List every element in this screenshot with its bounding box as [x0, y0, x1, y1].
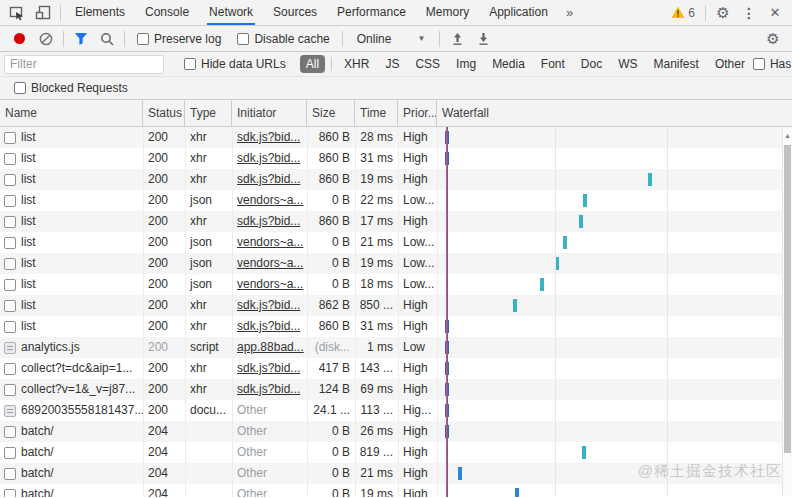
initiator-link[interactable]: vendors~a... [237, 193, 303, 207]
filter-pill-manifest[interactable]: Manifest [648, 55, 705, 73]
tab-sources[interactable]: Sources [263, 0, 327, 25]
table-row[interactable]: batch/ 204 Other 0 B 19 ms High [0, 484, 792, 497]
cell-waterfall [437, 295, 792, 316]
cell-size: 0 B [307, 463, 355, 484]
scrollbar-up-arrow-icon[interactable]: ▲ [783, 127, 792, 139]
vertical-scrollbar[interactable]: ▲ [782, 127, 792, 497]
column-header-initiator[interactable]: Initiator [232, 100, 307, 126]
file-icon [4, 489, 16, 498]
kebab-menu-icon[interactable]: ⋮ [736, 0, 762, 25]
initiator-link[interactable]: vendors~a... [237, 235, 303, 249]
initiator-link: Other [237, 466, 267, 480]
table-row[interactable]: list 200 xhr sdk.js?bid... 860 B 19 ms H… [0, 169, 792, 190]
column-header-type[interactable]: Type [185, 100, 232, 126]
initiator-link[interactable]: sdk.js?bid... [237, 214, 300, 228]
table-row[interactable]: list 200 json vendors~a... 0 B 22 ms Low… [0, 190, 792, 211]
filter-pill-media[interactable]: Media [486, 55, 531, 73]
cell-initiator: sdk.js?bid... [232, 211, 307, 232]
initiator-link[interactable]: app.88bad... [237, 340, 304, 354]
import-har-icon[interactable] [444, 26, 470, 51]
initiator-link[interactable]: sdk.js?bid... [237, 298, 300, 312]
table-row[interactable]: batch/ 204 Other 0 B 21 ms High [0, 463, 792, 484]
initiator-link: Other [237, 445, 267, 459]
filter-pill-css[interactable]: CSS [409, 55, 446, 73]
tab-performance[interactable]: Performance [327, 0, 416, 25]
throttling-dropdown[interactable]: Online ▼ [357, 32, 426, 46]
export-har-icon[interactable] [470, 26, 496, 51]
initiator-link[interactable]: vendors~a... [237, 256, 303, 270]
table-row[interactable]: list 200 json vendors~a... 0 B 21 ms Low… [0, 232, 792, 253]
initiator-link[interactable]: sdk.js?bid... [237, 382, 300, 396]
cell-priority: High [398, 295, 437, 316]
table-row[interactable]: collect?t=dc&aip=1... 200 xhr sdk.js?bid… [0, 358, 792, 379]
table-row[interactable]: 68920035558181437... 200 docu... Other 2… [0, 400, 792, 421]
has-blocked-cookies-checkbox[interactable]: Has blocked cookies [753, 57, 792, 71]
table-row[interactable]: analytics.js 200 script app.88bad... (di… [0, 337, 792, 358]
network-settings-gear-icon[interactable]: ⚙ [760, 26, 786, 51]
cell-status: 200 [143, 253, 185, 274]
cell-size: 417 B [307, 358, 355, 379]
column-header-waterfall[interactable]: Waterfall [437, 100, 792, 126]
table-row[interactable]: list 200 xhr sdk.js?bid... 860 B 31 ms H… [0, 316, 792, 337]
file-icon [4, 300, 16, 312]
initiator-link[interactable]: sdk.js?bid... [237, 172, 300, 186]
column-header-time[interactable]: Time [355, 100, 398, 126]
column-header-name[interactable]: Name [0, 100, 143, 126]
tab-elements[interactable]: Elements [65, 0, 135, 25]
filter-pill-js[interactable]: JS [379, 55, 405, 73]
more-tabs-chevron-icon[interactable]: » [558, 5, 581, 20]
close-icon[interactable]: ✕ [762, 0, 788, 25]
column-header-status[interactable]: Status [143, 100, 185, 126]
cell-name: analytics.js [0, 337, 143, 358]
initiator-link[interactable]: sdk.js?bid... [237, 151, 300, 165]
table-row[interactable]: batch/ 204 Other 0 B 26 ms High [0, 421, 792, 442]
clear-icon[interactable] [33, 26, 59, 51]
tab-memory[interactable]: Memory [416, 0, 479, 25]
cell-time: 18 ms [355, 274, 398, 295]
checkbox-box [14, 82, 26, 94]
filter-pill-xhr[interactable]: XHR [338, 55, 375, 73]
table-row[interactable]: list 200 xhr sdk.js?bid... 860 B 17 ms H… [0, 211, 792, 232]
column-header-size[interactable]: Size [307, 100, 355, 126]
filter-pill-other[interactable]: Other [709, 55, 751, 73]
disable-cache-checkbox[interactable]: Disable cache [237, 32, 329, 46]
record-network-log-button[interactable] [14, 33, 25, 44]
filter-pill-font[interactable]: Font [535, 55, 571, 73]
filter-pill-all[interactable]: All [300, 55, 325, 73]
table-row[interactable]: collect?v=1&_v=j87... 200 xhr sdk.js?bid… [0, 379, 792, 400]
tab-console[interactable]: Console [135, 0, 199, 25]
initiator-link[interactable]: vendors~a... [237, 277, 303, 291]
table-row[interactable]: list 200 json vendors~a... 0 B 18 ms Low… [0, 274, 792, 295]
divider [705, 5, 706, 21]
filter-pill-img[interactable]: Img [450, 55, 482, 73]
inspect-element-icon[interactable] [4, 0, 30, 25]
warnings-badge[interactable]: 6 [665, 6, 701, 20]
file-icon [4, 405, 16, 417]
filter-funnel-icon[interactable] [68, 26, 94, 51]
hide-data-urls-checkbox[interactable]: Hide data URLs [184, 57, 286, 71]
filter-pill-doc[interactable]: Doc [575, 55, 608, 73]
table-row[interactable]: list 200 xhr sdk.js?bid... 860 B 31 ms H… [0, 148, 792, 169]
blocked-requests-checkbox[interactable]: Blocked Requests [14, 81, 128, 95]
tab-application[interactable]: Application [479, 0, 558, 25]
initiator-link[interactable]: sdk.js?bid... [237, 361, 300, 375]
column-header-prior[interactable]: Prior... [398, 100, 437, 126]
table-row[interactable]: list 200 xhr sdk.js?bid... 860 B 28 ms H… [0, 127, 792, 148]
initiator-link[interactable]: sdk.js?bid... [237, 319, 300, 333]
cell-type: docu... [185, 400, 232, 421]
cell-status: 200 [143, 295, 185, 316]
tab-network[interactable]: Network [199, 0, 263, 25]
device-toolbar-icon[interactable] [30, 0, 56, 25]
filter-input[interactable] [4, 55, 164, 74]
table-row[interactable]: list 200 xhr sdk.js?bid... 862 B 850 ...… [0, 295, 792, 316]
cell-type: xhr [185, 316, 232, 337]
settings-gear-icon[interactable]: ⚙ [710, 0, 736, 25]
preserve-log-checkbox[interactable]: Preserve log [137, 32, 221, 46]
search-icon[interactable] [94, 26, 120, 51]
filter-pill-ws[interactable]: WS [612, 55, 643, 73]
column-divider [355, 127, 356, 497]
table-row[interactable]: batch/ 204 Other 0 B 819 ... High [0, 442, 792, 463]
scrollbar-thumb[interactable] [784, 145, 791, 453]
table-row[interactable]: list 200 json vendors~a... 0 B 19 ms Low… [0, 253, 792, 274]
initiator-link[interactable]: sdk.js?bid... [237, 130, 300, 144]
